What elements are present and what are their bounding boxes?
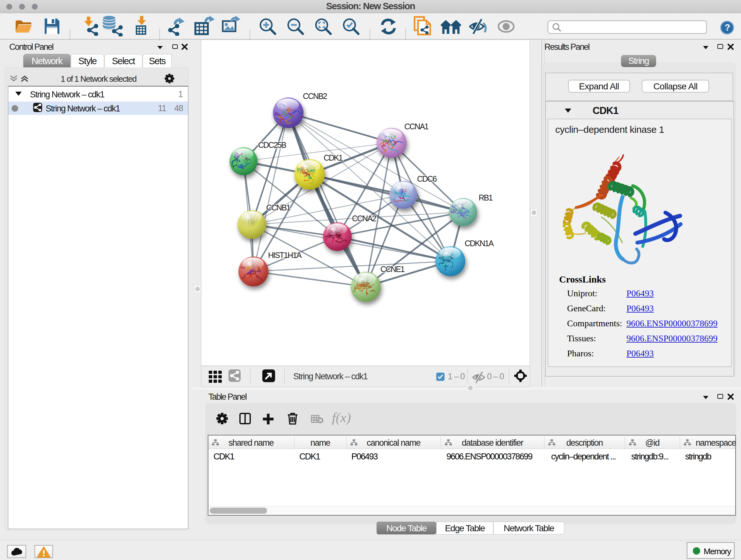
svg-text:HIST1H1A: HIST1H1A — [268, 251, 302, 260]
svg-text:CCNE1: CCNE1 — [381, 265, 405, 273]
svg-text:CCNA2: CCNA2 — [352, 214, 376, 223]
svg-text:CCNB2: CCNB2 — [303, 91, 327, 101]
svg-text:RB1: RB1 — [479, 193, 493, 202]
svg-text:CCNB1: CCNB1 — [266, 203, 290, 212]
svg-text:CCNA1: CCNA1 — [404, 122, 428, 131]
svg-text:CDC25B: CDC25B — [258, 140, 286, 149]
svg-text:CDKN1A: CDKN1A — [465, 239, 494, 248]
svg-text:CDC6: CDC6 — [417, 174, 436, 183]
svg-text:CDK1: CDK1 — [324, 153, 343, 162]
